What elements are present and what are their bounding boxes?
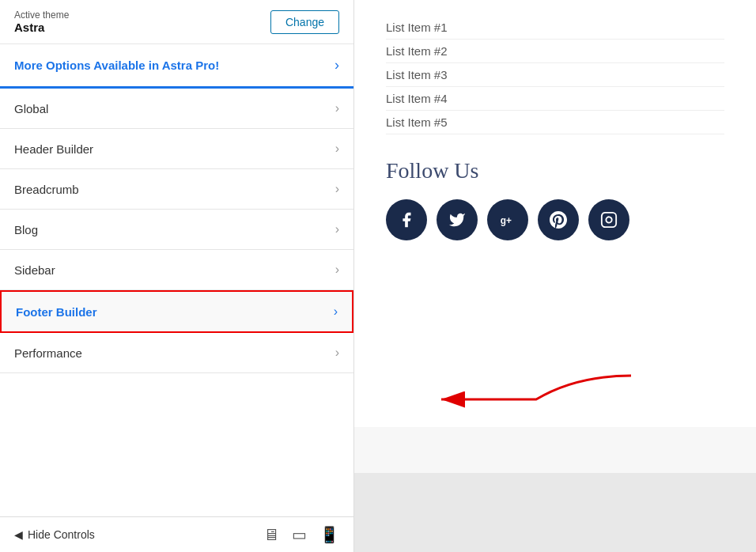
left-panel: Active theme Astra Change More Options A… bbox=[0, 0, 354, 552]
active-theme-bar: Active theme Astra Change bbox=[0, 0, 353, 44]
pinterest-icon[interactable] bbox=[538, 199, 579, 240]
nav-item-header-builder[interactable]: Header Builder › bbox=[0, 129, 353, 169]
svg-rect-1 bbox=[602, 213, 616, 227]
follow-us-section: Follow Us g+ bbox=[386, 158, 724, 240]
nav-item-header-builder-chevron-icon: › bbox=[335, 142, 339, 156]
nav-item-global-label: Global bbox=[14, 102, 48, 115]
astra-pro-chevron-icon: › bbox=[335, 57, 339, 74]
facebook-icon[interactable] bbox=[386, 199, 427, 240]
nav-item-footer-builder[interactable]: Footer Builder › bbox=[0, 290, 353, 333]
nav-item-sidebar-label: Sidebar bbox=[14, 263, 55, 277]
desktop-icon[interactable]: 🖥 bbox=[263, 526, 279, 544]
nav-item-performance-label: Performance bbox=[14, 346, 82, 360]
nav-item-sidebar[interactable]: Sidebar › bbox=[0, 250, 353, 290]
active-theme-name: Astra bbox=[14, 21, 69, 34]
nav-item-global[interactable]: Global › bbox=[0, 89, 353, 129]
list-item: List Item #5 bbox=[386, 111, 724, 134]
active-theme-label: Active theme bbox=[14, 9, 69, 21]
hide-controls-button[interactable]: ◀ Hide Controls bbox=[14, 528, 95, 541]
nav-item-blog-label: Blog bbox=[14, 223, 38, 236]
svg-text:g+: g+ bbox=[501, 215, 512, 226]
astra-pro-label: More Options Available in Astra Pro! bbox=[14, 59, 219, 72]
nav-item-blog[interactable]: Blog › bbox=[0, 210, 353, 250]
nav-item-header-builder-label: Header Builder bbox=[14, 142, 93, 156]
list-items: List Item #1 List Item #2 List Item #3 L… bbox=[386, 16, 724, 134]
list-item: List Item #1 bbox=[386, 16, 724, 40]
twitter-icon[interactable] bbox=[437, 199, 478, 240]
list-item: List Item #4 bbox=[386, 87, 724, 111]
follow-us-title: Follow Us bbox=[386, 158, 724, 183]
change-theme-button[interactable]: Change bbox=[270, 10, 339, 34]
nav-item-breadcrumb-label: Breadcrumb bbox=[14, 183, 79, 196]
right-content: List Item #1 List Item #2 List Item #3 L… bbox=[354, 0, 756, 427]
nav-item-sidebar-chevron-icon: › bbox=[335, 263, 339, 277]
mobile-icon[interactable]: 📱 bbox=[319, 525, 339, 544]
back-icon: ◀ bbox=[14, 528, 23, 541]
social-icons: g+ bbox=[386, 199, 724, 240]
google-plus-icon[interactable]: g+ bbox=[487, 199, 528, 240]
nav-list: More Options Available in Astra Pro! › G… bbox=[0, 44, 353, 516]
nav-item-footer-builder-label: Footer Builder bbox=[16, 305, 97, 319]
list-item: List Item #3 bbox=[386, 63, 724, 87]
hide-controls-label: Hide Controls bbox=[28, 528, 95, 541]
nav-item-breadcrumb-chevron-icon: › bbox=[335, 182, 339, 196]
nav-item-blog-chevron-icon: › bbox=[335, 222, 339, 236]
list-item: List Item #2 bbox=[386, 40, 724, 63]
nav-item-breadcrumb[interactable]: Breadcrumb › bbox=[0, 169, 353, 210]
device-icons: 🖥 ▭ 📱 bbox=[263, 525, 339, 544]
instagram-icon[interactable] bbox=[588, 199, 629, 240]
nav-item-performance[interactable]: Performance › bbox=[0, 333, 353, 373]
nav-item-footer-builder-chevron-icon: › bbox=[334, 304, 338, 319]
bottom-bar: ◀ Hide Controls 🖥 ▭ 📱 bbox=[0, 516, 353, 552]
footer-gray-bar bbox=[354, 473, 756, 552]
nav-item-performance-chevron-icon: › bbox=[335, 346, 339, 360]
nav-item-global-chevron-icon: › bbox=[335, 101, 339, 115]
tablet-icon[interactable]: ▭ bbox=[292, 525, 307, 544]
right-panel: List Item #1 List Item #2 List Item #3 L… bbox=[354, 0, 756, 552]
astra-pro-item[interactable]: More Options Available in Astra Pro! › bbox=[0, 44, 353, 89]
active-theme-info: Active theme Astra bbox=[14, 9, 69, 34]
